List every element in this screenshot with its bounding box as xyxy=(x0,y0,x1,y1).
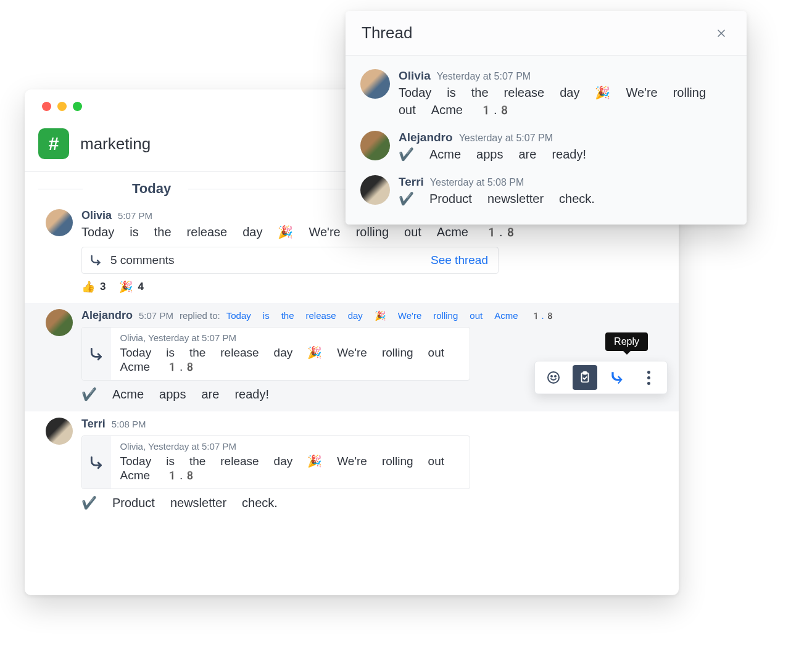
message-author[interactable]: Terri xyxy=(81,418,106,431)
message-time: 5:07 PM xyxy=(139,310,173,321)
svg-point-2 xyxy=(555,376,556,377)
thread-arrow-icon xyxy=(89,254,103,267)
message-text: ✔️ Product newsletter check. xyxy=(81,495,665,516)
thread-count: 5 comments xyxy=(110,254,174,267)
quote-text: Today is the release day 🎉 We're rolling… xyxy=(120,345,461,374)
day-divider-label: Today xyxy=(83,181,188,197)
quote-arrow-icon xyxy=(82,328,111,380)
thread-title: Thread xyxy=(362,23,412,43)
close-icon xyxy=(715,27,727,39)
thread-header: Thread xyxy=(346,11,747,56)
replied-to-link[interactable]: Today is the release day 🎉 We're rolling… xyxy=(226,310,556,321)
thread-time: Yesterday at 5:07 PM xyxy=(459,133,553,144)
kebab-icon xyxy=(647,371,650,385)
thread-summary-bar[interactable]: 5 comments See thread xyxy=(81,247,499,274)
thread-message-header: Alejandro Yesterday at 5:07 PM xyxy=(399,131,732,144)
smiley-icon xyxy=(546,370,561,385)
party-icon: 🎉 xyxy=(119,280,133,293)
quote-content: Olivia, Yesterday at 5:07 PM Today is th… xyxy=(111,328,470,380)
thread-text: Today is the release day 🎉 We're rolling… xyxy=(399,84,732,118)
avatar-alejandro[interactable] xyxy=(46,309,73,336)
thread-message-body: Olivia Yesterday at 5:07 PM Today is the… xyxy=(399,69,732,118)
more-actions-button[interactable] xyxy=(636,365,661,390)
avatar-olivia[interactable] xyxy=(46,209,73,236)
avatar-terri[interactable] xyxy=(360,175,390,205)
reaction-thumbs-up[interactable]: 👍 3 xyxy=(81,280,106,293)
thread-author[interactable]: Terri xyxy=(399,175,424,189)
window-zoom-icon[interactable] xyxy=(73,102,82,111)
thread-panel: Thread Olivia Yesterday at 5:07 PM Today… xyxy=(346,11,747,225)
message-header: Terri 5:08 PM xyxy=(81,418,665,431)
reactions: 👍 3 🎉 4 xyxy=(81,280,665,299)
reply-tooltip: Reply xyxy=(605,332,648,351)
clipboard-check-icon xyxy=(578,371,592,384)
quote-meta: Olivia, Yesterday at 5:07 PM xyxy=(120,441,461,452)
thread-messages: Olivia Yesterday at 5:07 PM Today is the… xyxy=(346,56,747,225)
thread-message-body: Alejandro Yesterday at 5:07 PM ✔️ Acme a… xyxy=(399,131,732,163)
message-hover-toolbar xyxy=(534,361,668,394)
thread-author[interactable]: Alejandro xyxy=(399,131,453,144)
quoted-message[interactable]: Olivia, Yesterday at 5:07 PM Today is th… xyxy=(81,435,470,489)
thread-message-header: Terri Yesterday at 5:08 PM xyxy=(399,175,732,189)
message-alejandro: Alejandro 5:07 PM replied to: Today is t… xyxy=(25,303,679,411)
thread-text: ✔️ Product newsletter check. xyxy=(399,190,732,207)
thumbs-up-icon: 👍 xyxy=(81,280,95,293)
channel-name: marketing xyxy=(80,134,151,154)
thread-message: Alejandro Yesterday at 5:07 PM ✔️ Acme a… xyxy=(346,125,747,169)
reaction-count: 3 xyxy=(100,281,106,293)
svg-point-0 xyxy=(548,372,559,383)
message-terri: Terri 5:08 PM Olivia, Yesterday at 5:07 … xyxy=(25,411,679,520)
reply-button[interactable] xyxy=(605,365,629,390)
thread-author[interactable]: Olivia xyxy=(399,69,431,83)
avatar-terri[interactable] xyxy=(46,418,73,445)
quote-arrow-icon xyxy=(82,436,111,489)
svg-rect-4 xyxy=(584,372,587,374)
thread-text: ✔️ Acme apps are ready! xyxy=(399,146,732,163)
reply-arrow-icon xyxy=(609,369,625,386)
window-minimize-icon[interactable] xyxy=(57,102,67,111)
hash-icon: # xyxy=(38,128,69,159)
quoted-message[interactable]: Olivia, Yesterday at 5:07 PM Today is th… xyxy=(81,327,470,381)
avatar-alejandro[interactable] xyxy=(360,131,390,160)
message-body: Terri 5:08 PM Olivia, Yesterday at 5:07 … xyxy=(81,418,665,516)
quote-text: Today is the release day 🎉 We're rolling… xyxy=(120,454,461,482)
replied-to-label: replied to: xyxy=(180,310,220,321)
thread-time: Yesterday at 5:07 PM xyxy=(437,71,531,82)
message-header: Alejandro 5:07 PM replied to: Today is t… xyxy=(81,309,665,322)
message-author[interactable]: Alejandro xyxy=(81,309,133,322)
message-time: 5:07 PM xyxy=(118,210,152,221)
reaction-count: 4 xyxy=(138,281,143,293)
message-author[interactable]: Olivia xyxy=(81,209,112,222)
task-button[interactable] xyxy=(573,365,597,390)
svg-point-1 xyxy=(551,376,552,377)
see-thread-link[interactable]: See thread xyxy=(431,254,488,267)
hash-glyph: # xyxy=(49,133,59,154)
message-text: Today is the release day 🎉 We're rolling… xyxy=(81,223,665,241)
close-thread-button[interactable] xyxy=(712,24,731,43)
window-close-icon[interactable] xyxy=(42,102,51,111)
thread-summary-left: 5 comments xyxy=(89,254,174,267)
quote-content: Olivia, Yesterday at 5:07 PM Today is th… xyxy=(111,436,470,489)
thread-message-body: Terri Yesterday at 5:08 PM ✔️ Product ne… xyxy=(399,175,732,207)
thread-time: Yesterday at 5:08 PM xyxy=(430,177,524,188)
quote-meta: Olivia, Yesterday at 5:07 PM xyxy=(120,332,461,343)
reaction-party[interactable]: 🎉 4 xyxy=(119,280,143,293)
message-time: 5:08 PM xyxy=(112,419,146,429)
avatar-olivia[interactable] xyxy=(360,69,390,99)
emoji-reaction-button[interactable] xyxy=(541,365,566,390)
thread-message-header: Olivia Yesterday at 5:07 PM xyxy=(399,69,732,83)
thread-message: Olivia Yesterday at 5:07 PM Today is the… xyxy=(346,63,747,125)
thread-message: Terri Yesterday at 5:08 PM ✔️ Product ne… xyxy=(346,169,747,213)
